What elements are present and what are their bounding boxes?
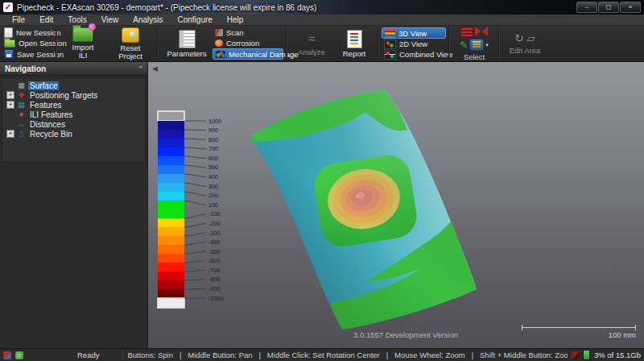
menu-bar: FileEditToolsViewAnalysisConfigureHelp — [0, 15, 644, 26]
maximize-button[interactable]: ◻ — [598, 2, 619, 13]
color-scale-block — [158, 111, 184, 121]
edit-area-rotate-icon[interactable]: ↻ — [515, 33, 524, 44]
nav-item-features[interactable]: +▤Features — [2, 100, 145, 110]
color-scale-block — [158, 289, 184, 298]
combined-view-button[interactable]: Combined View — [382, 49, 446, 60]
menu-file[interactable]: File — [5, 15, 32, 24]
close-button[interactable]: × — [620, 2, 641, 13]
open-session-icon — [4, 39, 15, 48]
toolbar-separator — [378, 28, 379, 59]
select-bowtie-icon[interactable] — [475, 27, 488, 36]
analyze-button[interactable]: ≈ Analyze — [290, 27, 333, 60]
nav-item-distances[interactable]: ↔Distances — [2, 119, 145, 129]
viewport-3d[interactable]: 1000900800700600500400300200100-100-200-… — [148, 62, 644, 348]
memory-usage-bar — [583, 350, 590, 360]
mechanical-damage-icon — [216, 51, 225, 58]
status-separator — [122, 351, 123, 359]
menu-tools[interactable]: Tools — [60, 15, 93, 24]
open-session-button[interactable]: Open Session — [2, 38, 53, 48]
expand-icon[interactable]: + — [6, 91, 14, 99]
color-scale-leader-line — [184, 139, 206, 139]
navigation-tree: ▦Surface+✚Positioning Targets+▤Features★… — [2, 77, 146, 163]
2d-view-button[interactable]: 2D View — [382, 39, 446, 49]
3d-view-button[interactable]: 3D View — [382, 27, 446, 39]
status-indicator-icon-2 — [15, 351, 23, 359]
color-scale-leader-line — [184, 214, 206, 218]
expand-icon[interactable]: + — [6, 101, 14, 109]
menu-configure[interactable]: Configure — [170, 15, 219, 24]
status-ready-label: Ready — [77, 351, 99, 359]
color-scale-leader-line — [184, 261, 206, 263]
nav-label-distances: Distances — [28, 120, 67, 129]
scan-button[interactable]: Scan — [213, 27, 283, 38]
color-scale-block — [158, 156, 184, 165]
nav-item-surface[interactable]: ▦Surface — [2, 81, 145, 90]
surface-icon: ▦ — [17, 81, 26, 89]
toolbar-separator — [498, 28, 500, 59]
positioning-targets-icon: ✚ — [17, 91, 26, 99]
expand-icon[interactable]: + — [6, 130, 14, 138]
toolbar-separator — [56, 28, 57, 59]
report-label: Report — [343, 50, 366, 58]
color-scale-block — [158, 165, 184, 174]
color-scale-tick-label: 900 — [208, 127, 218, 134]
status-indicator-icon-1 — [3, 351, 11, 359]
edit-area-plane-icon[interactable]: ▱ — [526, 33, 535, 44]
analyze-label: Analyze — [298, 48, 325, 56]
distances-icon: ↔ — [17, 120, 26, 128]
collapse-viewport-arrow[interactable]: ◀ — [152, 64, 158, 73]
color-scale-tick-label: 700 — [208, 145, 218, 152]
menu-analysis[interactable]: Analysis — [126, 15, 170, 24]
window-controls: – ◻ × — [576, 2, 641, 13]
nav-label-features: Features — [28, 101, 63, 110]
report-icon — [347, 30, 362, 48]
app-logo-icon: ✓ — [3, 2, 13, 12]
color-scale-tick-label: -100 — [208, 210, 220, 218]
toolbar-separator — [448, 28, 450, 59]
toolbar: New SessionOpen SessionSave Session Impo… — [0, 26, 644, 62]
toolbar-separator — [286, 28, 287, 59]
mechanical-damage-label: Mechanical Damage — [229, 50, 299, 59]
color-scale-tick-label: 200 — [208, 192, 218, 199]
parameters-label: Parameters — [167, 50, 206, 58]
color-scale-block — [158, 130, 184, 139]
menu-view[interactable]: View — [94, 15, 126, 24]
memory-icon — [572, 351, 579, 359]
mechanical-damage-button[interactable]: Mechanical Damage — [213, 48, 283, 60]
select-label: Select — [464, 52, 485, 61]
nav-item-ili-features[interactable]: ★ILI Features — [2, 110, 145, 119]
menu-help[interactable]: Help — [220, 15, 251, 24]
reset-project-icon — [122, 27, 139, 43]
nav-item-positioning-targets[interactable]: +✚Positioning Targets — [2, 90, 145, 100]
menu-edit[interactable]: Edit — [32, 15, 60, 24]
select-group: ✎ ▾ Select — [452, 27, 496, 60]
color-scale-tick-label: -800 — [208, 276, 220, 283]
color-scale-tick-label: -200 — [208, 220, 220, 227]
save-session-button[interactable]: Save Session — [2, 49, 53, 60]
new-session-button[interactable]: New Session — [2, 27, 53, 38]
color-scale-tick-label: 500 — [208, 164, 218, 171]
minimize-button[interactable]: – — [576, 2, 597, 13]
color-scale-block — [158, 245, 184, 254]
collapse-panel-icon[interactable]: ^ — [139, 64, 142, 73]
reset-project-button[interactable]: Reset Project — [106, 27, 155, 60]
nav-label-positioning-targets: Positioning Targets — [28, 91, 99, 100]
select-dropdown-caret[interactable]: ▾ — [485, 39, 489, 50]
session-group: New SessionOpen SessionSave Session — [2, 27, 53, 60]
color-scale-tick-label: 600 — [208, 155, 218, 162]
nav-item-recycle-bin[interactable]: +▯Recycle Bin — [2, 129, 145, 139]
parameters-button[interactable]: Parameters — [161, 27, 213, 60]
status-bar: Ready Buttons: Spin | Middle Button: Pan… — [0, 348, 644, 361]
select-mesh-icon[interactable] — [460, 26, 473, 37]
color-scale-leader-line — [184, 270, 206, 272]
corrosion-button[interactable]: Corrosion — [213, 38, 283, 48]
import-ili-button[interactable]: Import ILI — [60, 27, 106, 60]
select-pen-icon[interactable]: ✎ — [460, 40, 468, 50]
select-layers-icon[interactable] — [469, 39, 484, 51]
corrosion-icon — [215, 39, 223, 47]
color-scale-block — [158, 139, 184, 147]
color-scale-tick-label: 100 — [208, 201, 218, 209]
report-button[interactable]: Report — [333, 27, 375, 60]
color-scale-block — [158, 174, 184, 183]
color-scale-leader-line — [184, 233, 206, 236]
